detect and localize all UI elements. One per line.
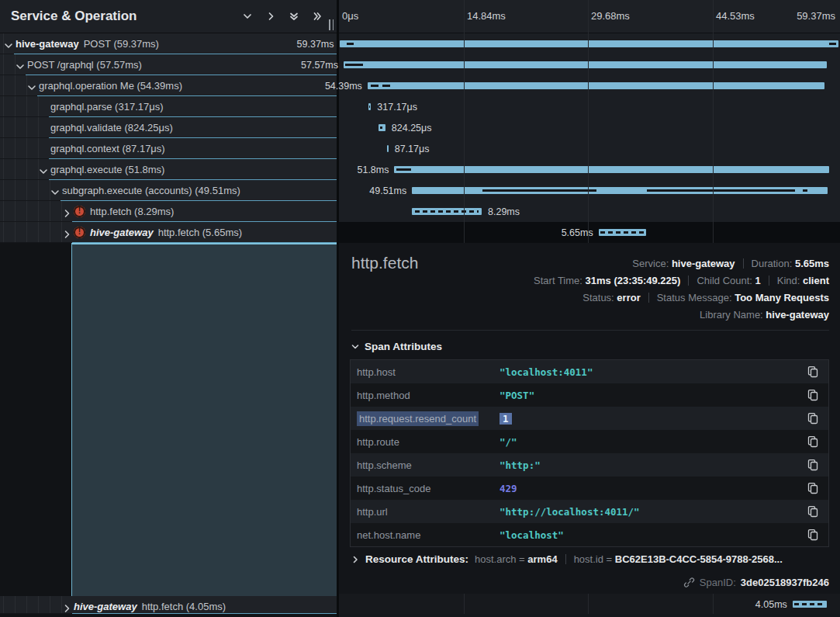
- row-collapse-chevron[interactable]: [27, 81, 35, 89]
- attribute-value: "POST": [500, 390, 800, 401]
- child-span-mark: [647, 189, 795, 192]
- span-tree-row[interactable]: !http.fetch (8.29ms): [0, 201, 337, 222]
- resource-attributes-toggle[interactable]: Resource Attributes: host.arch = arm64ho…: [351, 553, 783, 565]
- panel-resize-handle[interactable]: [327, 19, 336, 31]
- span-bar[interactable]: [344, 61, 828, 68]
- timeline-row[interactable]: 51.8ms: [339, 159, 840, 181]
- span-bar[interactable]: [412, 208, 482, 215]
- span-meta-line: Start Time: 31ms (23:35:49.225)Child Cou…: [534, 272, 829, 289]
- copy-icon[interactable]: [807, 389, 819, 401]
- timeline-row[interactable]: 57.57ms: [339, 54, 840, 76]
- copy-icon[interactable]: [807, 459, 819, 471]
- span-attributes-header: Span Attributes: [365, 341, 442, 352]
- timeline-row[interactable]: 8.29ms: [339, 201, 840, 223]
- span-tree-row[interactable]: graphql.context (87.17μs): [0, 138, 337, 159]
- span-bar[interactable]: [599, 229, 646, 236]
- span-duration-label: 49.51ms: [369, 180, 406, 201]
- span-tree-row[interactable]: graphql.validate (824.25μs): [0, 117, 337, 138]
- span-tree-row[interactable]: graphql.parse (317.17μs): [0, 96, 337, 117]
- row-expand-chevron[interactable]: [62, 602, 70, 610]
- span-bar[interactable]: [394, 166, 829, 173]
- attribute-row: http.scheme"http:": [351, 453, 828, 477]
- span-duration-label: 57.57ms: [301, 54, 338, 75]
- span-tree-row[interactable]: graphql.execute (51.8ms): [0, 159, 337, 180]
- copy-icon[interactable]: [807, 505, 819, 518]
- meta-value: error: [617, 292, 640, 303]
- indent-guide: [38, 96, 39, 117]
- indent-guide: [15, 222, 16, 243]
- row-collapse-chevron[interactable]: [4, 40, 12, 47]
- span-bar[interactable]: [368, 82, 824, 89]
- row-collapse-chevron[interactable]: [50, 186, 58, 194]
- tree-toolbar: [239, 8, 326, 25]
- span-bar[interactable]: [340, 40, 838, 47]
- attribute-value: "/": [500, 436, 800, 448]
- span-bar[interactable]: [368, 103, 371, 110]
- span-bar[interactable]: [793, 601, 827, 608]
- meta-separator: [769, 276, 769, 286]
- row-expand-chevron[interactable]: [62, 228, 70, 236]
- span-tree-row[interactable]: subgraph.execute (accounts) (49.51ms): [0, 180, 337, 201]
- copy-icon[interactable]: [807, 529, 819, 541]
- row-collapse-chevron[interactable]: [39, 165, 47, 173]
- chevron-down-icon: [39, 167, 48, 176]
- span-tree-row[interactable]: hive-gatewayPOST (59.37ms): [0, 33, 337, 54]
- expand-one-icon[interactable]: [262, 8, 279, 25]
- collapse-one-icon[interactable]: [239, 8, 256, 25]
- row-collapse-chevron[interactable]: [16, 61, 23, 68]
- child-span-mark: [369, 106, 371, 108]
- span-duration-label: 51.8ms: [357, 159, 389, 180]
- copy-icon[interactable]: [807, 366, 819, 378]
- indent-guide: [15, 180, 16, 201]
- chevron-down-icon: [351, 343, 359, 351]
- timeline-row[interactable]: 59.37ms: [339, 33, 840, 55]
- indent-guide: [3, 117, 4, 138]
- child-span-marks: [794, 603, 825, 605]
- span-id-value: 3de02518937fb246: [741, 577, 829, 588]
- copy-icon[interactable]: [807, 482, 819, 494]
- span-bar[interactable]: [387, 145, 389, 152]
- meta-label: Start Time:: [534, 275, 585, 286]
- span-duration-label: 824.25μs: [392, 117, 432, 138]
- timeline-row[interactable]: 87.17μs: [339, 138, 840, 160]
- timeline-row[interactable]: 49.51ms: [339, 180, 840, 202]
- meta-label: Status:: [582, 292, 617, 303]
- span-duration-label: 54.39ms: [325, 75, 362, 96]
- meta-separator: [565, 554, 566, 564]
- span-tree-row[interactable]: !hive-gatewayhttp.fetch (5.65ms): [0, 222, 337, 243]
- expand-all-icon[interactable]: [309, 8, 326, 25]
- span-tree-row[interactable]: graphql.operation Me (54.39ms): [0, 75, 337, 96]
- span-attributes-toggle[interactable]: Span Attributes: [351, 341, 442, 352]
- attribute-value: 1: [500, 413, 800, 425]
- service-operation-title: Service & Operation: [11, 9, 137, 24]
- timeline-row-selected[interactable]: 5.65ms: [339, 222, 840, 244]
- copy-icon[interactable]: [807, 435, 819, 448]
- attribute-value: 429: [500, 483, 800, 494]
- span-bar[interactable]: [379, 124, 385, 131]
- span-bar[interactable]: [412, 187, 828, 194]
- meta-label: Duration:: [752, 258, 795, 269]
- child-span-mark: [382, 85, 390, 87]
- timeline-row[interactable]: 824.25μs: [339, 117, 840, 139]
- link-icon[interactable]: [683, 577, 695, 588]
- span-title: http.fetch: [351, 254, 418, 272]
- indent-guide: [38, 180, 39, 201]
- child-span-mark: [482, 189, 596, 192]
- timeline-row[interactable]: 317.17μs: [339, 96, 840, 118]
- attribute-key: http.request.resend_count: [357, 413, 500, 425]
- timeline-row[interactable]: 54.39ms: [339, 75, 840, 97]
- attribute-row: net.host.name"localhost": [351, 523, 828, 546]
- meta-label: Status Message:: [657, 292, 735, 303]
- span-tree-row[interactable]: hive-gatewayhttp.fetch (4.05ms): [0, 596, 337, 614]
- row-expand-chevron[interactable]: [62, 207, 70, 215]
- resource-key: host.id =: [574, 553, 615, 565]
- chevron-right-icon: [351, 556, 359, 563]
- collapse-all-icon[interactable]: [285, 8, 302, 25]
- indent-guide: [38, 117, 39, 138]
- span-tree-row[interactable]: POST /graphql (57.57ms): [0, 54, 337, 75]
- copy-icon[interactable]: [807, 412, 819, 425]
- indent-guide: [15, 117, 16, 138]
- span-attributes-table: http.host"localhost:4011"http.method"POS…: [350, 359, 829, 547]
- chevron-right-icon: [62, 230, 71, 239]
- child-span-marks: [415, 210, 479, 213]
